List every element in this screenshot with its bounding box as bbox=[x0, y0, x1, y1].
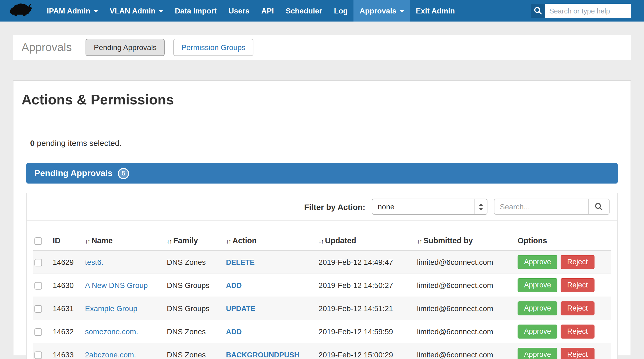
nav-item-label: API bbox=[261, 6, 274, 15]
sort-icon: ↓↑ bbox=[319, 238, 323, 244]
cell-id: 14633 bbox=[49, 343, 82, 359]
nav-item-approvals[interactable]: Approvals bbox=[354, 0, 410, 22]
section-title: Actions & Permissions bbox=[13, 81, 631, 108]
cell-action: ADD bbox=[223, 320, 315, 343]
panel-title: Pending Approvals bbox=[34, 168, 112, 178]
count-badge: 5 bbox=[118, 168, 129, 179]
sort-icon: ↓↑ bbox=[417, 238, 422, 244]
nav-item-scheduler[interactable]: Scheduler bbox=[280, 0, 328, 22]
row-name-link[interactable]: somezone.com. bbox=[85, 327, 138, 336]
reject-button[interactable]: Reject bbox=[561, 255, 595, 269]
reject-button[interactable]: Reject bbox=[561, 301, 595, 315]
row-checkbox[interactable] bbox=[34, 282, 42, 290]
filter-row: Filter by Action: none bbox=[27, 193, 617, 221]
nav-item-users[interactable]: Users bbox=[222, 0, 255, 22]
row-name-link[interactable]: Example Group bbox=[85, 304, 137, 313]
chevron-down-icon bbox=[159, 10, 163, 12]
filter-label: Filter by Action: bbox=[304, 202, 365, 211]
cell-family: DNS Groups bbox=[164, 274, 223, 297]
table-row: 14632 somezone.com. DNS Zones ADD 2019-F… bbox=[33, 320, 611, 343]
nav-item-label: Exit Admin bbox=[416, 6, 455, 15]
page: IPAM Admin VLAN Admin Data Import Users … bbox=[0, 0, 644, 359]
reject-button[interactable]: Reject bbox=[561, 278, 595, 292]
reject-button[interactable]: Reject bbox=[561, 325, 595, 339]
cell-submitted-by: limited@6connect.com bbox=[414, 343, 514, 359]
permission-groups-button[interactable]: Permission Groups bbox=[173, 39, 253, 56]
approve-button[interactable]: Approve bbox=[518, 325, 558, 339]
row-name-link[interactable]: test6. bbox=[85, 258, 104, 266]
approve-button[interactable]: Approve bbox=[518, 348, 558, 359]
approve-button[interactable]: Approve bbox=[518, 301, 558, 315]
actions-permissions-card: Actions & Permissions 0 pending items se… bbox=[13, 80, 631, 355]
nav-item-log[interactable]: Log bbox=[328, 0, 353, 22]
cell-id: 14630 bbox=[49, 274, 82, 297]
table-row: 14631 Example Group DNS Groups UPDATE 20… bbox=[33, 297, 611, 320]
approve-button[interactable]: Approve bbox=[518, 255, 558, 269]
cell-updated: 2019-Feb-12 14:50:27 bbox=[315, 274, 414, 297]
cell-family: DNS Zones bbox=[164, 250, 223, 274]
chevron-down-icon bbox=[94, 10, 98, 12]
select-all-checkbox[interactable] bbox=[34, 237, 42, 245]
cell-updated: 2019-Feb-12 14:49:47 bbox=[315, 250, 414, 274]
table-row: 14629 test6. DNS Zones DELETE 2019-Feb-1… bbox=[33, 250, 611, 274]
nav-item-ipam-admin[interactable]: IPAM Admin bbox=[41, 0, 104, 22]
cell-family: DNS Groups bbox=[164, 297, 223, 320]
row-checkbox[interactable] bbox=[34, 329, 42, 336]
nav-item-api[interactable]: API bbox=[255, 0, 280, 22]
cell-submitted-by: limited@6connect.com bbox=[414, 274, 514, 297]
approve-button[interactable]: Approve bbox=[518, 278, 558, 292]
top-navbar: IPAM Admin VLAN Admin Data Import Users … bbox=[0, 0, 644, 22]
col-header-options: Options bbox=[514, 231, 611, 250]
selected-text: pending items selected. bbox=[35, 138, 122, 147]
cell-action: UPDATE bbox=[223, 297, 315, 320]
selected-count-line: 0 pending items selected. bbox=[30, 138, 631, 147]
col-header-family[interactable]: ↓↑Family bbox=[164, 231, 223, 250]
cell-submitted-by: limited@6connect.com bbox=[414, 250, 514, 274]
page-title: Approvals bbox=[22, 41, 72, 54]
chevron-down-icon bbox=[400, 10, 404, 12]
col-header-id: ID bbox=[49, 231, 82, 250]
select-arrows-icon bbox=[474, 199, 487, 214]
cell-submitted-by: limited@6connect.com bbox=[414, 297, 514, 320]
table-search-group bbox=[494, 199, 610, 215]
nav-item-label: VLAN Admin bbox=[110, 6, 155, 15]
nav-item-data-import[interactable]: Data Import bbox=[169, 0, 223, 22]
nav-item-label: Approvals bbox=[360, 6, 397, 15]
cell-updated: 2019-Feb-12 15:00:29 bbox=[315, 343, 414, 359]
table-search-button[interactable] bbox=[589, 199, 610, 215]
action-filter-select[interactable]: none bbox=[372, 199, 487, 215]
nav-item-label: IPAM Admin bbox=[47, 6, 90, 15]
row-checkbox[interactable] bbox=[34, 352, 42, 359]
cell-action: DELETE bbox=[223, 250, 315, 274]
table-row: 14633 2abczone.com. DNS Zones BACKGROUND… bbox=[33, 343, 611, 359]
logo-rhino-icon[interactable] bbox=[9, 3, 33, 19]
col-header-action[interactable]: ↓↑Action bbox=[223, 231, 315, 250]
row-checkbox[interactable] bbox=[34, 259, 42, 267]
row-checkbox[interactable] bbox=[34, 305, 42, 313]
col-header-updated[interactable]: ↓↑Updated bbox=[315, 231, 414, 250]
nav-item-exit-admin[interactable]: Exit Admin bbox=[410, 0, 461, 22]
nav-item-label: Users bbox=[228, 6, 249, 15]
cell-action: ADD bbox=[223, 274, 315, 297]
cell-family: DNS Zones bbox=[164, 343, 223, 359]
nav-item-vlan-admin[interactable]: VLAN Admin bbox=[104, 0, 169, 22]
select-value: none bbox=[378, 202, 394, 211]
navbar-search bbox=[531, 4, 631, 18]
table-search-input[interactable] bbox=[494, 199, 589, 215]
cell-submitted-by: limited@6connect.com bbox=[414, 320, 514, 343]
row-name-link[interactable]: 2abczone.com. bbox=[85, 350, 136, 359]
search-icon[interactable] bbox=[531, 4, 545, 18]
col-header-name[interactable]: ↓↑Name bbox=[82, 231, 164, 250]
pending-approvals-panel-header: Pending Approvals 5 bbox=[26, 163, 618, 184]
cell-id: 14631 bbox=[49, 297, 82, 320]
pending-approvals-table: ID ↓↑Name ↓↑Family ↓↑Action ↓↑Updated ↓↑… bbox=[33, 231, 611, 359]
col-header-submitted-by[interactable]: ↓↑Submitted by bbox=[414, 231, 514, 250]
selected-count: 0 bbox=[30, 138, 35, 147]
help-search-input[interactable] bbox=[545, 4, 631, 18]
subheader: Approvals Pending Approvals Permission G… bbox=[13, 35, 631, 60]
table-row: 14630 A New DNS Group DNS Groups ADD 201… bbox=[33, 274, 611, 297]
reject-button[interactable]: Reject bbox=[561, 348, 595, 359]
row-name-link[interactable]: A New DNS Group bbox=[85, 281, 148, 290]
pending-approvals-button[interactable]: Pending Approvals bbox=[86, 39, 165, 56]
nav-menu: IPAM Admin VLAN Admin Data Import Users … bbox=[41, 0, 461, 22]
